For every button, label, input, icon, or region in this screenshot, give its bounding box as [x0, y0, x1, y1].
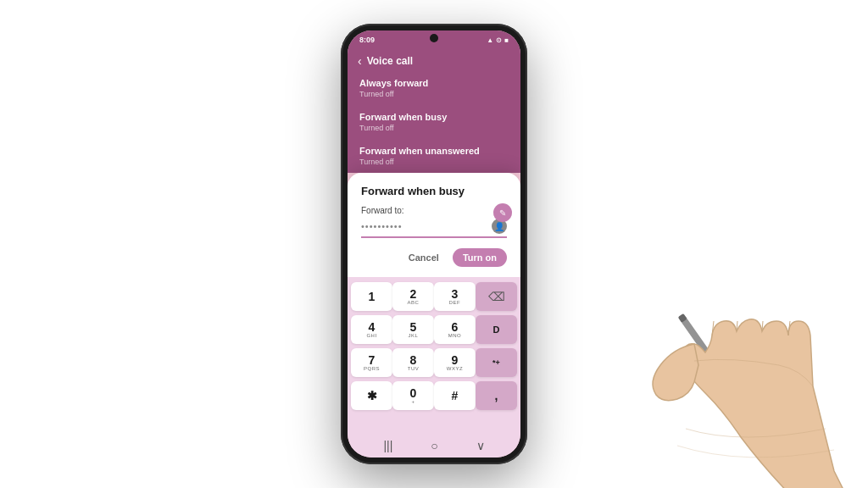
cancel-button[interactable]: Cancel — [402, 248, 446, 267]
key-delete[interactable]: ⌫ — [476, 282, 517, 311]
back-arrow-icon[interactable]: ‹ — [358, 54, 362, 68]
forward-unanswered-sub: Turned off — [359, 158, 509, 166]
key-6[interactable]: 6MNO — [434, 315, 476, 344]
status-bar: 8:09 ▲ ⊙ ■ — [348, 30, 520, 47]
always-forward-sub: Turned off — [359, 90, 509, 98]
keyboard-row-4: ✱ 0+ # , — [351, 381, 517, 410]
battery-icon: ■ — [504, 36, 509, 44]
always-forward-title: Always forward — [359, 78, 509, 88]
svg-rect-0 — [680, 316, 724, 375]
scene: 8:09 ▲ ⊙ ■ ‹ Voice call Always forward T… — [0, 0, 868, 488]
dialog: Forward when busy Forward to: 👤 ✎ Cancel… — [348, 173, 520, 277]
svg-rect-1 — [718, 371, 730, 385]
forward-busy-sub: Turned off — [359, 124, 509, 132]
key-star-plus[interactable]: *+ — [476, 348, 517, 377]
knuckle-line — [694, 359, 813, 386]
keyboard: 1 2ABC 3DEF ⌫ 4GHI 5JKL 6MNO D 7PQRS 8TU… — [348, 277, 520, 435]
edit-icon[interactable]: ✎ — [493, 203, 512, 222]
key-2[interactable]: 2ABC — [392, 282, 434, 311]
delete-icon: ⌫ — [488, 290, 505, 303]
back-icon[interactable]: ∨ — [476, 439, 485, 452]
forward-unanswered-title: Forward when unanswered — [359, 146, 509, 156]
key-5[interactable]: 5JKL — [392, 315, 434, 344]
forward-busy-title: Forward when busy — [359, 112, 509, 122]
phone-screen: 8:09 ▲ ⊙ ■ ‹ Voice call Always forward T… — [348, 30, 520, 458]
header-title: Voice call — [367, 55, 413, 67]
person-icon: 👤 — [494, 222, 504, 231]
keyboard-row-1: 1 2ABC 3DEF ⌫ — [351, 282, 517, 311]
dialog-label: Forward to: — [361, 206, 507, 215]
nav-bar: ||| ○ ∨ — [348, 435, 520, 458]
always-forward-item[interactable]: Always forward Turned off — [348, 71, 520, 105]
recent-apps-icon[interactable]: ||| — [383, 439, 392, 452]
wifi-icon: ⊙ — [496, 36, 502, 44]
finger-line-1 — [712, 321, 714, 336]
key-4[interactable]: 4GHI — [351, 315, 392, 344]
thumb-shape — [653, 344, 698, 401]
dialog-buttons: Cancel Turn on — [361, 248, 507, 267]
key-9[interactable]: 9WXYZ — [434, 348, 476, 377]
key-3[interactable]: 3DEF — [434, 282, 476, 311]
phone: 8:09 ▲ ⊙ ■ ‹ Voice call Always forward T… — [341, 24, 527, 464]
key-1[interactable]: 1 — [351, 282, 392, 311]
forward-unanswered-item[interactable]: Forward when unanswered Turned off — [348, 139, 520, 173]
wrist-line — [686, 429, 826, 437]
back-header: ‹ Voice call — [348, 47, 520, 71]
hand-shape — [682, 319, 851, 488]
forward-to-input[interactable] — [361, 221, 492, 231]
finger-line-2 — [737, 321, 737, 331]
svg-marker-2 — [726, 381, 738, 395]
forward-busy-item[interactable]: Forward when busy Turned off — [348, 105, 520, 139]
keyboard-row-2: 4GHI 5JKL 6MNO D — [351, 315, 517, 344]
key-7[interactable]: 7PQRS — [351, 348, 392, 377]
key-comma[interactable]: , — [476, 381, 517, 410]
home-icon[interactable]: ○ — [431, 439, 437, 452]
key-hash[interactable]: # — [434, 381, 476, 410]
svg-rect-3 — [678, 313, 687, 323]
wrist-line-2 — [677, 446, 834, 458]
key-d[interactable]: D — [476, 315, 517, 344]
finger-line-4 — [788, 321, 790, 336]
key-asterisk[interactable]: ✱ — [351, 381, 392, 410]
status-icons: ▲ ⊙ ■ — [487, 36, 509, 44]
dialog-input-row: 👤 ✎ — [361, 219, 507, 238]
signal-icon: ▲ — [487, 36, 493, 44]
finger-line-3 — [762, 321, 763, 331]
status-time: 8:09 — [359, 36, 375, 44]
settings-area: ‹ Voice call Always forward Turned off F… — [348, 47, 520, 173]
turn-on-button[interactable]: Turn on — [453, 248, 507, 267]
camera-notch — [430, 34, 438, 42]
dialog-title: Forward when busy — [361, 185, 507, 197]
key-0[interactable]: 0+ — [392, 381, 434, 410]
key-8[interactable]: 8TUV — [392, 348, 434, 377]
stylus — [678, 313, 738, 395]
keyboard-row-3: 7PQRS 8TUV 9WXYZ *+ — [351, 348, 517, 377]
